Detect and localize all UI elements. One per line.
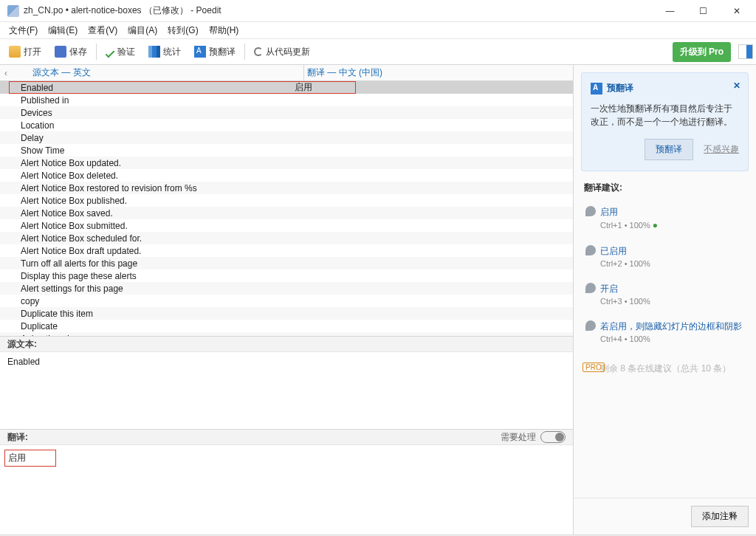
cell-source: Duplicate this item xyxy=(0,309,292,319)
suggestion-text: 启用 xyxy=(600,206,744,219)
cell-source: Alert Notice Box submitted. xyxy=(0,221,292,231)
sort-arrow-icon[interactable]: ‹ xyxy=(0,68,12,78)
folder-icon xyxy=(9,46,21,58)
maximize-button[interactable]: ☐ xyxy=(687,0,720,22)
translate-icon xyxy=(194,46,206,58)
save-button[interactable]: 保存 xyxy=(49,43,93,61)
translation-value[interactable]: 启用 xyxy=(4,450,56,467)
upgrade-pro-button[interactable]: 升级到 Pro xyxy=(673,42,731,62)
translation-list[interactable]: Enabled启用Published inDevicesLocationDela… xyxy=(0,81,573,336)
table-row[interactable]: Delay xyxy=(0,131,573,144)
cell-source: Alert Notice Box published. xyxy=(0,196,292,206)
menu-help[interactable]: 帮助(H) xyxy=(205,23,244,38)
table-row[interactable]: copy xyxy=(0,295,573,307)
table-row[interactable]: Alert Notice Box updated. xyxy=(0,157,573,169)
suggestion-text: 开启 xyxy=(600,283,744,295)
menu-edit[interactable]: 编辑(E) xyxy=(44,23,82,38)
header-source[interactable]: 源文本 — 英文 xyxy=(12,66,303,79)
suggestion-meta: Ctrl+2 • 100% xyxy=(600,259,744,268)
table-row[interactable]: Alert Notice Box published. xyxy=(0,194,573,207)
cell-source: Devices xyxy=(0,108,292,118)
suggestion-meta: Ctrl+4 • 100% xyxy=(600,334,744,343)
pretranslate-button[interactable]: 预翻译 xyxy=(188,43,241,61)
pro-badge: PRO xyxy=(583,363,605,372)
cell-source: Delay xyxy=(0,133,292,143)
cell-source: Alert Notice Box updated. xyxy=(0,158,292,168)
table-row[interactable]: Alert Notice Box submitted. xyxy=(0,219,573,232)
close-button[interactable]: ✕ xyxy=(720,0,753,22)
menu-view[interactable]: 查看(V) xyxy=(83,23,122,38)
translation-pane-header: 翻译: 需要处理 xyxy=(0,429,573,445)
table-row[interactable]: Alert Notice Box saved. xyxy=(0,207,573,219)
minimize-button[interactable]: — xyxy=(653,0,687,22)
table-row[interactable]: Devices xyxy=(0,106,573,119)
person-icon xyxy=(585,320,596,331)
suggestion-item[interactable]: 启用Ctrl+1 • 100% ● xyxy=(583,202,747,238)
stats-button[interactable]: 统计 xyxy=(142,43,187,61)
suggestion-meta: Ctrl+1 • 100% ● xyxy=(600,220,744,230)
stats-icon xyxy=(148,46,160,58)
app-icon xyxy=(7,5,19,17)
sync-icon xyxy=(254,47,263,56)
window-title: zh_CN.po • alert-notice-boxes （已修改） - Po… xyxy=(24,4,653,17)
header-target[interactable]: 翻译 — 中文 (中国) xyxy=(304,66,573,79)
pretranslate-info: ✕ 预翻译 一次性地预翻译所有项目然后专注于改正，而不是一个一个地进行翻译。 预… xyxy=(581,72,749,171)
table-row[interactable]: Alert Notice Box restored to revision fr… xyxy=(0,182,573,194)
table-row[interactable]: Alert Notice Box scheduled for. xyxy=(0,232,573,244)
sidebar: ✕ 预翻译 一次性地预翻译所有项目然后专注于改正，而不是一个一个地进行翻译。 预… xyxy=(574,65,756,535)
validate-button[interactable]: 验证 xyxy=(100,43,141,61)
table-row[interactable]: Alert Notice Box deleted. xyxy=(0,169,573,182)
menu-go[interactable]: 转到(G) xyxy=(163,23,202,38)
info-close-button[interactable]: ✕ xyxy=(733,80,740,91)
info-pretranslate-button[interactable]: 预翻译 xyxy=(645,139,693,160)
cell-source: Alert Notice Box saved. xyxy=(0,208,292,219)
source-text: Enabled xyxy=(0,352,573,429)
cell-source: Turn off all alerts for this page xyxy=(0,258,292,269)
toggle-sidebar-button[interactable] xyxy=(738,44,753,59)
needs-work-label: 需要处理 xyxy=(501,431,536,444)
suggestion-item[interactable]: 若启用，则隐藏幻灯片的边框和阴影Ctrl+4 • 100% xyxy=(583,316,747,351)
menu-catalog[interactable]: 编目(A) xyxy=(123,23,162,38)
cell-source: Animations In xyxy=(0,334,292,337)
suggestion-meta: Ctrl+3 • 100% xyxy=(600,297,744,306)
table-row[interactable]: Published in xyxy=(0,94,573,106)
source-label: 源文本: xyxy=(7,338,37,351)
cell-source: Alert Notice Box draft updated. xyxy=(0,246,292,256)
translation-input[interactable]: 启用 xyxy=(0,445,573,535)
person-icon xyxy=(585,283,596,293)
menu-bar: 文件(F) 编辑(E) 查看(V) 编目(A) 转到(G) 帮助(H) xyxy=(0,22,756,38)
cell-source: Enabled xyxy=(0,83,292,93)
update-button[interactable]: 从代码更新 xyxy=(248,43,316,61)
info-dismiss-link[interactable]: 不感兴趣 xyxy=(704,143,739,156)
menu-file[interactable]: 文件(F) xyxy=(4,23,42,38)
cell-translation: 启用 xyxy=(292,81,573,94)
open-button[interactable]: 打开 xyxy=(3,43,47,61)
info-title: 预翻译 xyxy=(607,82,633,95)
table-row[interactable]: Alert Notice Box draft updated. xyxy=(0,244,573,257)
suggestion-item[interactable]: 开启Ctrl+3 • 100% xyxy=(583,278,747,313)
cell-source: Alert Notice Box restored to revision fr… xyxy=(0,183,292,193)
table-row[interactable]: Enabled启用 xyxy=(0,81,573,94)
more-suggestions[interactable]: PRO 剩余 8 条在线建议（总共 10 条） xyxy=(583,358,747,379)
suggestion-text: 若启用，则隐藏幻灯片的边框和阴影 xyxy=(600,320,744,333)
table-row[interactable]: Duplicate this item xyxy=(0,307,573,320)
cell-source: Location xyxy=(0,120,292,131)
table-row[interactable]: Animations In xyxy=(0,332,573,336)
source-pane-header: 源文本: xyxy=(0,336,573,352)
table-row[interactable]: Display this page these alerts xyxy=(0,269,573,282)
table-row[interactable]: Location xyxy=(0,119,573,131)
cell-source: Alert Notice Box deleted. xyxy=(0,171,292,181)
add-note-button[interactable]: 添加注释 xyxy=(691,506,749,527)
needs-work-toggle[interactable] xyxy=(540,431,566,443)
table-row[interactable]: Turn off all alerts for this page xyxy=(0,257,573,269)
table-row[interactable]: Alert settings for this page xyxy=(0,282,573,295)
toolbar: 打开 保存 验证 统计 预翻译 从代码更新 升级到 Pro xyxy=(0,38,756,65)
info-body: 一次性地预翻译所有项目然后专注于改正，而不是一个一个地进行翻译。 xyxy=(591,102,739,128)
suggestion-item[interactable]: 已启用Ctrl+2 • 100% xyxy=(583,241,747,275)
table-row[interactable]: Duplicate xyxy=(0,320,573,332)
save-icon xyxy=(55,46,66,58)
cell-source: Published in xyxy=(0,95,292,106)
suggestion-text: 已启用 xyxy=(600,245,744,258)
table-row[interactable]: Show Time xyxy=(0,144,573,157)
check-icon xyxy=(106,49,115,58)
